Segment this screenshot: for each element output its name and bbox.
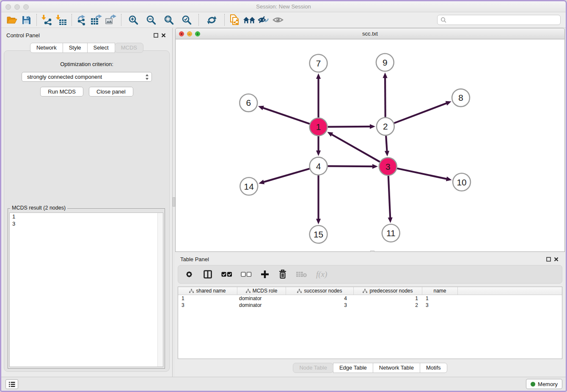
edge-1-6[interactable]	[262, 108, 310, 124]
cell-successor-nodes[interactable]: 3	[286, 302, 354, 309]
search-field[interactable]	[437, 15, 561, 25]
node-table[interactable]: shared nameMCDS rolesuccessor nodesprede…	[178, 287, 562, 359]
tab-network-table[interactable]: Network Table	[373, 363, 420, 373]
float-table-panel-icon[interactable]	[545, 256, 552, 262]
node-label-6: 6	[246, 98, 251, 108]
node-label-9: 9	[383, 58, 388, 67]
column-header-successor-nodes[interactable]: successor nodes	[286, 287, 354, 295]
cell-name[interactable]: 3	[422, 302, 458, 309]
search-icon	[440, 17, 446, 23]
zoom-in-icon[interactable]	[126, 14, 140, 26]
export-image-icon[interactable]	[104, 14, 118, 26]
cell-mcds-role[interactable]: dominator	[237, 302, 286, 309]
tab-node-table[interactable]: Node Table	[293, 363, 333, 373]
column-header-shared-name[interactable]: shared name	[178, 287, 237, 295]
edge-4-3[interactable]	[328, 166, 374, 166]
column-header-predecessor-nodes[interactable]: predecessor nodes	[354, 287, 422, 295]
edge-2-8[interactable]	[394, 103, 447, 123]
toolbar-separator	[224, 14, 225, 26]
show-columns-icon[interactable]	[203, 269, 213, 280]
toolbar-separator	[121, 14, 121, 26]
edge-2-3[interactable]	[386, 136, 387, 152]
application-window: Session: New Session	[0, 0, 567, 392]
table-header-row: shared nameMCDS rolesuccessor nodesprede…	[178, 287, 562, 295]
edge-1-2[interactable]	[328, 127, 371, 127]
show-all-networks-icon[interactable]	[242, 14, 256, 26]
network-window-title: scc.txt	[176, 28, 564, 39]
edge-4-14[interactable]	[263, 168, 310, 182]
toolbar-separator	[36, 14, 37, 26]
cell-shared-name[interactable]: 3	[178, 302, 237, 309]
close-panel-button[interactable]: Close panel	[89, 87, 133, 97]
cell-mcds-role[interactable]: dominator	[237, 295, 286, 302]
search-input[interactable]	[448, 16, 560, 24]
select-all-columns-icon[interactable]	[221, 269, 232, 280]
apply-layout-icon[interactable]	[204, 14, 219, 26]
tab-mcds[interactable]: MCDS	[115, 43, 143, 53]
edge-arrow-4-3	[372, 164, 378, 168]
status-bar: Memory	[1, 377, 566, 391]
mcds-tab-panel: Optimization criterion: strongly connect…	[4, 50, 170, 372]
column-header-mcds-role[interactable]: MCDS role	[237, 287, 286, 295]
tab-motifs[interactable]: Motifs	[420, 363, 447, 373]
unselect-all-columns-icon[interactable]	[241, 269, 252, 280]
import-table-icon[interactable]	[54, 14, 69, 26]
hide-graphics-details-icon[interactable]	[256, 14, 271, 26]
edge-arrow-1-7	[316, 73, 321, 79]
node-label-4: 4	[316, 161, 321, 171]
cell-name[interactable]: 1	[422, 295, 458, 302]
node-label-10: 10	[457, 177, 466, 187]
mcds-result-list[interactable]: 13	[9, 213, 163, 367]
cell-successor-nodes[interactable]: 4	[286, 295, 354, 302]
close-panel-icon[interactable]	[160, 32, 167, 39]
network-graph[interactable]: 7968124314101511	[176, 39, 564, 251]
tab-edge-table[interactable]: Edge Table	[333, 363, 373, 373]
float-panel-icon[interactable]	[152, 32, 160, 39]
close-table-panel-icon[interactable]	[552, 256, 560, 262]
edge-3-11[interactable]	[388, 176, 391, 219]
open-session-icon[interactable]	[5, 14, 19, 26]
memory-button[interactable]: Memory	[526, 379, 562, 389]
table-settings-gear-icon[interactable]	[184, 269, 194, 280]
criterion-dropdown[interactable]: strongly connected component	[22, 72, 152, 82]
tab-select[interactable]: Select	[87, 43, 115, 53]
cell-predecessor-nodes[interactable]: 1	[354, 295, 422, 302]
table-row[interactable]: 3dominator323	[178, 302, 562, 309]
run-mcds-button[interactable]: Run MCDS	[40, 87, 83, 97]
level-of-detail-eye-icon[interactable]	[271, 14, 285, 26]
cell-predecessor-nodes[interactable]: 2	[354, 302, 422, 309]
network-canvas[interactable]: 7968124314101511	[175, 39, 565, 252]
edge-2-9[interactable]	[385, 77, 385, 117]
delete-table-icon	[296, 269, 308, 280]
edge-arrow-1-6	[258, 106, 264, 110]
tab-style[interactable]: Style	[63, 43, 88, 53]
network-window-titlebar[interactable]: × − + scc.txt	[175, 28, 565, 39]
vertical-splitter[interactable]	[172, 28, 175, 377]
column-label: predecessor nodes	[369, 288, 413, 294]
delete-columns-icon[interactable]	[278, 269, 287, 280]
task-history-button[interactable]	[6, 379, 18, 389]
edge-3-10[interactable]	[397, 168, 448, 179]
mcds-result-node: 3	[10, 220, 163, 227]
tab-network[interactable]: Network	[30, 43, 63, 53]
result-scrollbar[interactable]	[157, 213, 163, 367]
edge-arrow-1-4	[316, 150, 321, 156]
zoom-out-icon[interactable]	[144, 14, 158, 26]
zoom-fit-icon[interactable]	[162, 14, 176, 26]
table-row[interactable]: 1dominator411	[178, 295, 562, 302]
cell-shared-name[interactable]: 1	[178, 295, 237, 302]
table-toolbar: f(x)	[178, 265, 562, 284]
save-session-icon[interactable]	[19, 14, 33, 26]
import-network-icon[interactable]	[40, 14, 54, 26]
column-header-name[interactable]: name	[422, 287, 458, 295]
zoom-selected-icon[interactable]	[179, 14, 194, 26]
function-builder-icon: f(x)	[316, 269, 327, 280]
export-table-icon[interactable]	[89, 14, 104, 26]
table-panel: Table Panel	[175, 252, 565, 377]
control-panel: Control Panel NetworkStyleSelectMCDS Opt…	[1, 28, 172, 377]
control-panel-tabs: NetworkStyleSelectMCDS	[1, 43, 172, 53]
export-network-icon[interactable]	[75, 14, 89, 26]
clone-network-icon[interactable]	[228, 14, 242, 26]
add-column-icon[interactable]	[260, 269, 270, 280]
edge-3-1[interactable]	[331, 134, 380, 162]
